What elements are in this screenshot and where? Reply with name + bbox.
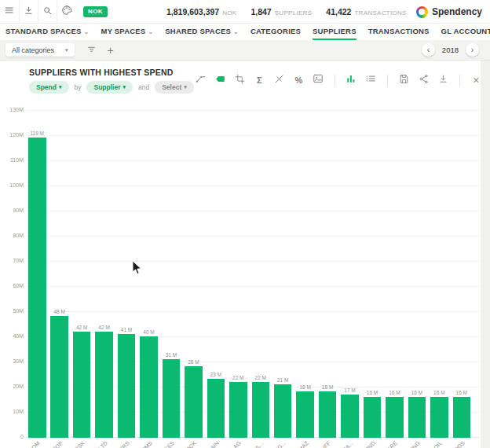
x-axis-label: COMS [82, 440, 153, 448]
bar[interactable] [28, 138, 46, 438]
gridline [26, 261, 479, 262]
bar[interactable] [229, 382, 247, 438]
x-axis-label: . COM [0, 440, 41, 448]
gridline [26, 135, 479, 136]
y-axis-tick-label: 20M [0, 384, 24, 389]
bar-value-label: 31 M [155, 352, 188, 358]
x-axis-label: ODS [395, 440, 466, 448]
y-axis-tick-label: 10M [0, 409, 24, 414]
x-axis-label: AERSK [15, 440, 86, 448]
bar[interactable] [408, 397, 426, 438]
bar[interactable] [386, 397, 404, 438]
x-axis-label: 'TERS [60, 440, 130, 448]
gridline [26, 110, 479, 111]
bar[interactable] [207, 379, 225, 438]
bar-value-label: 119 M [20, 130, 54, 136]
bar[interactable] [73, 332, 91, 438]
gridline [26, 236, 479, 237]
gridline [26, 336, 479, 337]
y-axis-tick-label: 80M [0, 233, 24, 238]
x-axis-label: LOND [305, 440, 376, 448]
bar-value-label: 40 M [132, 329, 166, 335]
gridline [26, 211, 479, 211]
bar[interactable] [252, 382, 270, 438]
gridline [26, 185, 479, 186]
x-axis-label: Y BIG... [216, 440, 287, 448]
bar-value-label: 16 M [445, 390, 479, 395]
bar-chart: 010M20M30M40M50M60M70M80M90M100M110M120M… [0, 0, 490, 448]
x-axis-label: RISES [104, 440, 175, 448]
y-axis-tick-label: 130M [0, 107, 24, 112]
x-axis-label: SPAIN [149, 440, 220, 448]
y-axis-tick-label: 50M [0, 308, 24, 314]
bar[interactable] [95, 332, 113, 438]
bar[interactable] [163, 359, 181, 438]
bar[interactable] [296, 391, 314, 438]
bar[interactable] [453, 397, 471, 438]
y-axis-tick-label: 60M [0, 283, 24, 288]
x-axis-label: N OIL [372, 440, 443, 448]
y-axis-tick-label: 0 [0, 434, 24, 439]
bar[interactable] [50, 316, 68, 438]
bar[interactable] [364, 397, 382, 438]
x-axis-label: RA LTD [38, 440, 108, 448]
x-axis-label: KONG [350, 440, 421, 448]
bar[interactable] [319, 391, 337, 438]
x-axis-label: ARA... [283, 440, 354, 448]
gridline [26, 362, 479, 362]
y-axis-tick-label: 90M [0, 207, 24, 213]
y-axis-tick-label: 110M [0, 157, 24, 163]
bar-value-label: 21 M [266, 377, 300, 383]
x-axis-label: NOCK [127, 440, 198, 448]
gridline [26, 160, 479, 161]
bar[interactable] [118, 334, 136, 438]
y-axis-tick-label: 30M [0, 358, 24, 364]
x-axis-label: STUFF [261, 440, 331, 448]
x-axis-label: WARE [328, 440, 399, 448]
x-axis-label: AMAZ [239, 440, 309, 448]
y-axis-tick-label: 100M [0, 182, 24, 188]
bar-value-label: 28 M [177, 359, 210, 365]
bar[interactable] [274, 384, 292, 438]
gridline [26, 286, 479, 287]
bar[interactable] [430, 397, 448, 438]
y-axis-tick-label: 70M [0, 258, 24, 263]
bar[interactable] [341, 395, 359, 438]
gridline [26, 311, 479, 312]
y-axis-tick-label: 40M [0, 333, 24, 339]
x-axis-label: ND AG [171, 440, 242, 448]
bar-value-label: 48 M [42, 309, 76, 314]
x-axis-label: SUL... [194, 440, 265, 448]
